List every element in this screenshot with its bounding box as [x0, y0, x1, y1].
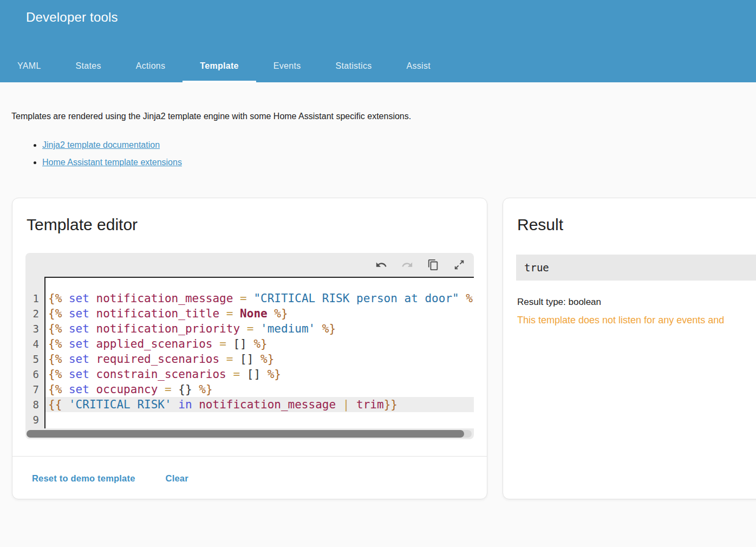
list-item: Jinja2 template documentation: [42, 136, 756, 154]
result-title: Result: [517, 214, 756, 235]
code-line[interactable]: {% set notification_message = "CRITICAL …: [45, 291, 474, 306]
line-number: 5: [25, 351, 39, 367]
result-card: Result true Result type: boolean This te…: [503, 198, 756, 499]
horizontal-scrollbar: [27, 430, 472, 438]
tab-events[interactable]: Events: [256, 50, 318, 82]
code-line[interactable]: {{ 'CRITICAL RISK' in notification_messa…: [45, 397, 474, 412]
list-item: Home Assistant template extensions: [42, 154, 756, 171]
code-editor: 123456789 {% set notification_message = …: [25, 253, 474, 439]
tab-bar: YAMLStatesActionsTemplateEventsStatistic…: [0, 50, 448, 82]
line-number: 2: [25, 306, 39, 321]
page-title: Developer tools: [26, 10, 118, 25]
tab-template[interactable]: Template: [183, 50, 256, 82]
editor-actions: Reset to demo template Clear: [12, 457, 487, 500]
ha-extensions-link[interactable]: Home Assistant template extensions: [42, 158, 182, 167]
tab-statistics[interactable]: Statistics: [318, 50, 389, 82]
tab-states[interactable]: States: [58, 50, 119, 82]
line-number: 6: [25, 367, 39, 382]
result-type-text: Result type: boolean: [517, 297, 756, 308]
template-editor-card: Template editor: [12, 198, 487, 499]
main-content: Templates are rendered using the Jinja2 …: [0, 110, 756, 499]
doc-links: Jinja2 template documentation Home Assis…: [12, 136, 756, 171]
code-line[interactable]: {% set constrain_scenarios = [] %}: [45, 367, 474, 382]
redo-icon[interactable]: [401, 259, 413, 271]
result-warning-text: This template does not listen for any ev…: [517, 315, 756, 326]
code-line[interactable]: {% set notification_priority = 'medium' …: [45, 321, 474, 336]
code-line[interactable]: [45, 412, 474, 427]
code-line[interactable]: {% set occupancy = {} %}: [45, 382, 474, 397]
undo-icon[interactable]: [375, 259, 387, 271]
result-value: true: [516, 255, 756, 281]
line-number: 3: [25, 321, 39, 336]
line-number: 4: [25, 336, 39, 351]
code-line[interactable]: {% set required_scenarios = [] %}: [45, 351, 474, 367]
intro-text: Templates are rendered using the Jinja2 …: [11, 110, 756, 122]
tab-yaml[interactable]: YAML: [0, 50, 58, 82]
line-number: 7: [25, 382, 39, 397]
clear-button[interactable]: Clear: [166, 473, 188, 484]
reset-demo-template-button[interactable]: Reset to demo template: [32, 473, 135, 484]
jinja2-docs-link[interactable]: Jinja2 template documentation: [42, 140, 160, 149]
app-header: Developer tools YAMLStatesActionsTemplat…: [0, 0, 756, 82]
copy-icon[interactable]: [427, 259, 439, 271]
editor-toolbar: [25, 253, 474, 277]
scrollbar-thumb[interactable]: [27, 430, 464, 438]
code-line[interactable]: {% set applied_scenarios = [] %}: [45, 336, 474, 351]
line-number-gutter: 123456789: [25, 277, 44, 428]
cards-row: Template editor: [12, 198, 756, 499]
line-number: 9: [25, 412, 39, 427]
code-area: 123456789 {% set notification_message = …: [25, 277, 474, 428]
tab-actions[interactable]: Actions: [119, 50, 183, 82]
line-number: 8: [25, 397, 39, 412]
expand-icon[interactable]: [453, 259, 465, 271]
code-line[interactable]: {% set notification_title = None %}: [45, 306, 474, 321]
template-editor-title: Template editor: [27, 214, 487, 235]
code-content[interactable]: {% set notification_message = "CRITICAL …: [44, 277, 474, 428]
tab-assist[interactable]: Assist: [389, 50, 448, 82]
line-number: 1: [25, 291, 39, 306]
